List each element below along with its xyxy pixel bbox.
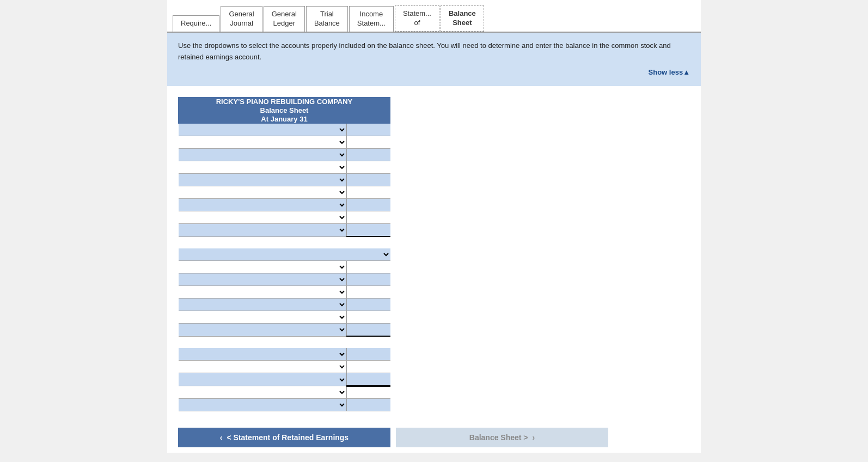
table-row: [179, 361, 390, 373]
amount-input[interactable]: [347, 311, 390, 323]
value-cell[interactable]: [347, 348, 390, 361]
amount-input[interactable]: [347, 136, 390, 148]
label-cell[interactable]: [179, 199, 347, 211]
amount-input[interactable]: [347, 211, 390, 223]
amount-input[interactable]: [347, 261, 390, 273]
table-row: [179, 286, 390, 299]
label-cell[interactable]: [179, 224, 347, 237]
value-cell[interactable]: [347, 373, 390, 386]
show-less-button[interactable]: Show less▲: [178, 67, 690, 78]
value-cell[interactable]: [347, 224, 390, 237]
value-cell[interactable]: [347, 324, 390, 337]
account-select[interactable]: [179, 374, 347, 386]
account-select[interactable]: [179, 186, 347, 198]
tab-statement-of[interactable]: Statem...of: [395, 5, 439, 32]
value-cell[interactable]: [347, 136, 390, 149]
account-select[interactable]: [179, 361, 347, 373]
account-select[interactable]: [179, 386, 347, 398]
account-select[interactable]: [179, 299, 347, 311]
label-cell[interactable]: [179, 299, 347, 311]
account-select[interactable]: [179, 311, 347, 323]
amount-input[interactable]: [347, 299, 390, 311]
value-cell[interactable]: [347, 299, 390, 311]
value-cell[interactable]: [347, 161, 390, 174]
tab-balance-sheet[interactable]: BalanceSheet: [441, 5, 484, 32]
value-cell[interactable]: [347, 199, 390, 211]
amount-input[interactable]: [347, 348, 390, 360]
account-select[interactable]: [179, 248, 390, 260]
value-cell[interactable]: [347, 211, 390, 224]
next-button[interactable]: Balance Sheet > ›: [396, 428, 608, 447]
account-select[interactable]: [179, 211, 347, 223]
label-cell[interactable]: [179, 311, 347, 324]
amount-input[interactable]: [347, 161, 390, 173]
value-cell[interactable]: [347, 124, 390, 136]
account-select[interactable]: [179, 161, 347, 173]
amount-input[interactable]: [347, 124, 390, 136]
value-cell[interactable]: [347, 174, 390, 186]
value-cell[interactable]: [347, 273, 390, 286]
table-row: [179, 149, 390, 161]
table-row: [179, 273, 390, 286]
label-cell[interactable]: [179, 273, 347, 286]
label-cell[interactable]: [179, 348, 347, 361]
amount-input[interactable]: [347, 373, 390, 385]
separator: [179, 236, 390, 248]
account-select[interactable]: [179, 136, 347, 148]
label-cell[interactable]: [179, 186, 347, 199]
tab-general-journal[interactable]: GeneralJournal: [221, 6, 262, 32]
label-cell[interactable]: [179, 386, 347, 399]
prev-label: < Statement of Retained Earnings: [227, 433, 349, 442]
label-cell[interactable]: [179, 373, 347, 386]
amount-input[interactable]: [347, 286, 390, 298]
value-cell[interactable]: [347, 186, 390, 199]
amount-input[interactable]: [347, 199, 390, 211]
value-cell[interactable]: [347, 361, 390, 373]
separator-row: [179, 336, 390, 348]
label-cell[interactable]: [179, 399, 347, 411]
amount-input[interactable]: [347, 224, 390, 236]
account-select[interactable]: [179, 348, 347, 360]
label-cell[interactable]: [179, 124, 347, 136]
tab-general-ledger[interactable]: GeneralLedger: [264, 6, 305, 32]
amount-input[interactable]: [347, 273, 390, 285]
value-cell[interactable]: [347, 286, 390, 299]
table-row: [179, 373, 390, 386]
label-cell[interactable]: [179, 174, 347, 186]
table-row: [179, 199, 390, 211]
account-select[interactable]: [179, 149, 347, 161]
label-cell[interactable]: [179, 361, 347, 373]
account-select[interactable]: [179, 199, 347, 211]
amount-input[interactable]: [347, 324, 390, 336]
tab-require[interactable]: Require...: [173, 15, 219, 32]
table-row: [179, 311, 390, 324]
tab-income-statement[interactable]: IncomeStatem...: [349, 6, 394, 32]
label-cell[interactable]: [179, 324, 347, 337]
account-select[interactable]: [179, 261, 347, 273]
label-cell[interactable]: [179, 161, 347, 174]
value-cell: [347, 399, 390, 411]
label-cell[interactable]: [179, 149, 347, 161]
label-cell[interactable]: [179, 286, 347, 299]
label-cell[interactable]: [179, 211, 347, 224]
account-select[interactable]: [179, 174, 347, 186]
account-select[interactable]: [179, 124, 347, 136]
label-cell[interactable]: [179, 261, 347, 273]
account-select[interactable]: [179, 324, 347, 336]
full-width-label-cell[interactable]: [179, 248, 390, 261]
tab-trial-balance[interactable]: TrialBalance: [306, 6, 348, 32]
account-select[interactable]: [179, 273, 347, 285]
amount-input[interactable]: [347, 174, 390, 186]
amount-input[interactable]: [347, 149, 390, 161]
account-select[interactable]: [179, 224, 347, 236]
amount-input[interactable]: [347, 186, 390, 198]
value-cell[interactable]: [347, 311, 390, 324]
amount-input[interactable]: [347, 361, 390, 373]
label-cell[interactable]: [179, 136, 347, 149]
account-select[interactable]: [179, 286, 347, 298]
prev-button[interactable]: ‹ < Statement of Retained Earnings: [178, 428, 390, 447]
value-cell[interactable]: [347, 261, 390, 273]
table-row: [179, 124, 390, 136]
account-select[interactable]: [179, 399, 347, 411]
value-cell[interactable]: [347, 149, 390, 161]
